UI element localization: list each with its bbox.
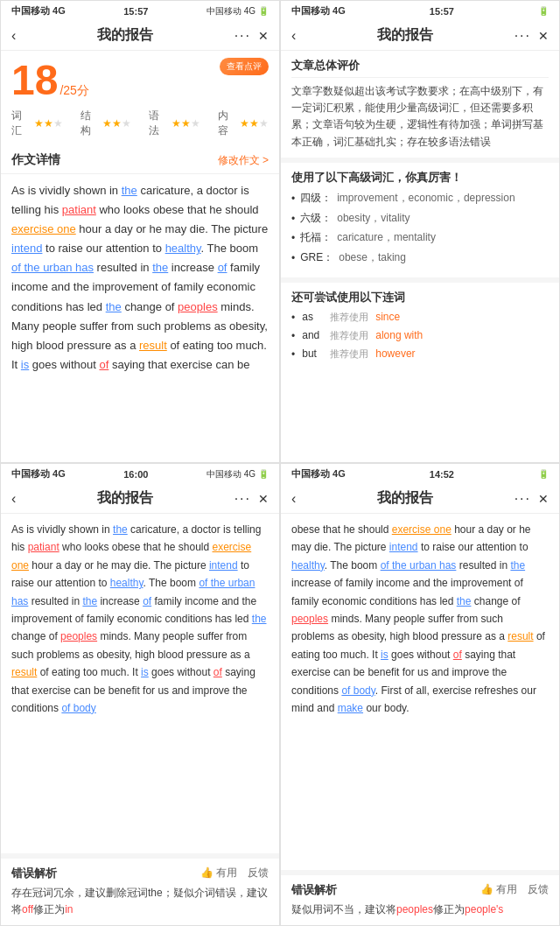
score-structure: 结构 ★★★	[80, 109, 132, 138]
back-button-br[interactable]: ‹	[291, 491, 296, 507]
word-is-bl: is	[141, 666, 149, 678]
close-button-bl[interactable]: ✕	[258, 492, 269, 506]
connector-title: 还可尝试使用以下连词	[291, 290, 549, 305]
essay-section-header: 作文详情 修改作文 >	[1, 147, 279, 174]
essay-text-br: obese that he should exercise one hour a…	[281, 514, 559, 724]
close-button-tr[interactable]: ✕	[538, 29, 549, 43]
panel-content-tr: 文章总体评价 文章字数疑似超出该考试字数要求；在高中级别下，有一定词汇积累，能使…	[281, 51, 559, 462]
score-grammar-label: 语法	[149, 109, 168, 138]
nav-bar-tr: ‹ 我的报告 ··· ✕	[281, 21, 559, 51]
status-bar-bl: 中国移动 4G 16:00 中国移动 4G 🔋	[1, 464, 279, 484]
score-vocab: 词汇 ★★★	[11, 109, 63, 138]
more-button-tl[interactable]: ···	[234, 28, 251, 44]
useful-button-br[interactable]: 👍 有用	[480, 882, 517, 897]
word-of-the-urban: of the urban has	[11, 261, 94, 274]
error-keyword-off: off	[22, 903, 33, 915]
nav-bar-bl: ‹ 我的报告 ··· ✕	[1, 484, 279, 514]
panel-bottom-left: 中国移动 4G 16:00 中国移动 4G 🔋 ‹ 我的报告 ··· ✕ As …	[0, 463, 280, 926]
connector-section: 还可尝试使用以下连词 • as 推荐使用 since • and 推荐使用 al…	[281, 277, 559, 373]
nav-bar-tl: ‹ 我的报告 ··· ✕	[1, 21, 279, 51]
connector-word-as: as	[302, 311, 323, 323]
close-button-tl[interactable]: ✕	[258, 29, 269, 43]
error-section-bl: 错误解析 👍 有用 反馈 存在冠词冗余，建议删除冠词the；疑似介词错误，建议将…	[1, 853, 279, 925]
word-healthy-bl: healthy	[110, 577, 144, 589]
error-section-br: 错误解析 👍 有用 反馈 疑似用词不当，建议将peoples修正为people'…	[281, 870, 559, 925]
essay-text-bl: As is vividly shown in the caricature, a…	[1, 514, 279, 724]
word-patiant-bl: patiant	[28, 541, 60, 553]
connector-but: • but 推荐使用 however	[291, 347, 549, 361]
connector-recommend-and: 推荐使用	[330, 329, 368, 342]
error-actions-br: 👍 有用 反馈	[480, 882, 549, 897]
nav-right-tl: ··· ✕	[234, 28, 269, 44]
word-make-br: make	[338, 702, 363, 714]
word-result-br: result	[508, 630, 533, 642]
score-content-stars: ★★★	[240, 117, 269, 130]
word-healthy: healthy	[165, 242, 201, 255]
connector-list: • as 推荐使用 since • and 推荐使用 along with • …	[291, 311, 549, 361]
word-exercise-one: exercise one	[11, 222, 76, 235]
word-peoples-br: peoples	[291, 613, 328, 625]
vocab-item-toefl: • 托福： caricature，mentality	[291, 230, 549, 246]
error-header-br: 错误解析 👍 有用 反馈	[291, 882, 549, 898]
back-button-tl[interactable]: ‹	[11, 28, 16, 44]
more-button-br[interactable]: ···	[514, 491, 531, 507]
word-of-bl-2: of	[214, 666, 222, 678]
nav-title-tr: 我的报告	[377, 26, 433, 45]
error-text-bl: 存在冠词冗余，建议删除冠词the；疑似介词错误，建议将off修正为in	[11, 885, 269, 918]
word-patiant: patiant	[62, 203, 96, 216]
score-content-label: 内容	[218, 109, 237, 138]
nav-right-br: ··· ✕	[514, 491, 549, 507]
word-the-bl-2: the	[82, 595, 97, 607]
word-the-bl-1: the	[113, 523, 128, 536]
error-keyword-peoples-correct: people's	[465, 903, 503, 915]
nav-right-bl: ··· ✕	[234, 491, 269, 507]
carrier-right-bl: 中国移动 4G 🔋	[206, 468, 269, 481]
connector-recommend-but: 推荐使用	[330, 347, 368, 361]
connector-as: • as 推荐使用 since	[291, 311, 549, 324]
score-number: 18	[11, 60, 58, 102]
back-button-bl[interactable]: ‹	[11, 491, 16, 507]
carrier-left-bl: 中国移动 4G	[11, 467, 66, 481]
word-of: of	[218, 261, 228, 274]
feedback-button-bl[interactable]: 反馈	[248, 866, 269, 880]
vocab-words-cet4: improvement，economic，depression	[337, 191, 514, 206]
back-button-tr[interactable]: ‹	[291, 28, 296, 44]
battery-br: 🔋	[538, 469, 549, 479]
panel-top-left: 中国移动 4G 15:57 中国移动 4G 🔋 ‹ 我的报告 ··· ✕ 查看点…	[0, 0, 280, 463]
score-vocab-label: 词汇	[11, 109, 31, 138]
more-button-bl[interactable]: ···	[234, 491, 251, 507]
edit-essay-link[interactable]: 修改作文 >	[218, 153, 269, 168]
word-result-bl: result	[11, 666, 37, 678]
status-bar-tl: 中国移动 4G 15:57 中国移动 4G 🔋	[1, 1, 279, 21]
word-exercise-br: exercise one	[392, 523, 452, 536]
essay-text-tl: As is vividly shown in the caricature, a…	[1, 174, 279, 382]
score-structure-stars: ★★★	[102, 117, 131, 130]
close-button-br[interactable]: ✕	[538, 492, 549, 506]
error-keyword-peoples: peoples	[396, 903, 433, 915]
nav-title-br: 我的报告	[377, 489, 433, 508]
vocab-title: 使用了以下高级词汇，你真厉害！	[291, 170, 549, 186]
word-ofbody-br: of body	[341, 684, 374, 697]
panel-bottom-right: 中国移动 4G 14:52 🔋 ‹ 我的报告 ··· ✕ obese that …	[280, 463, 560, 926]
panel-top-right: 中国移动 4G 15:57 🔋 ‹ 我的报告 ··· ✕ 文章总体评价 文章字数…	[280, 0, 560, 463]
useful-button-bl[interactable]: 👍 有用	[200, 866, 237, 880]
panel-content-tl: 查看点评 18 /25分 词汇 ★★★ 结构 ★★★ 语法 ★★★	[1, 51, 279, 462]
feedback-button-br[interactable]: 反馈	[528, 882, 549, 897]
more-button-tr[interactable]: ···	[514, 28, 531, 44]
time-tl: 15:57	[123, 6, 148, 17]
nav-title-bl: 我的报告	[97, 489, 153, 508]
vocab-dot-2: •	[291, 212, 295, 227]
battery-tr: 🔋	[538, 6, 549, 16]
carrier-left-tr: 中国移动 4G	[291, 4, 346, 18]
word-the-bl-3: the	[252, 613, 267, 625]
word-the-br-2: the	[457, 595, 472, 607]
word-of-br: of	[453, 649, 462, 661]
word-of-2: of	[99, 358, 108, 371]
review-button[interactable]: 查看点评	[220, 58, 269, 75]
word-ofbody-bl: of body	[61, 702, 95, 714]
error-header-bl: 错误解析 👍 有用 反馈	[11, 866, 269, 881]
error-title-br: 错误解析	[291, 882, 337, 898]
carrier-left-tl: 中国移动 4G	[11, 4, 66, 18]
time-tr: 15:57	[430, 6, 454, 17]
time-bl: 16:00	[123, 469, 148, 480]
